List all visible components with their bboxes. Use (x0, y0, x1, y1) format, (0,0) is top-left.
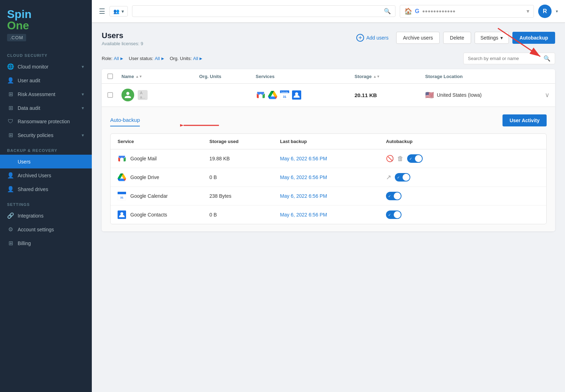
sort-icon[interactable]: ▲▼ (373, 75, 380, 78)
filter-search-input[interactable] (468, 56, 541, 61)
sidebar-item-shared-drives[interactable]: 👤 Shared drives (0, 182, 92, 196)
gear-icon: ⚙ (7, 226, 14, 233)
sidebar-item-account-settings[interactable]: ⚙ Account settings (0, 222, 92, 236)
calendar-toggle[interactable]: ✓ (386, 192, 402, 200)
contacts-last-backup[interactable]: May 6, 2022 6:56 PM (280, 212, 386, 218)
svg-text:31: 31 (120, 196, 124, 199)
filter-search-box[interactable]: 🔍 (463, 53, 555, 64)
contacts-toggle[interactable]: ✓ (386, 210, 402, 219)
service-gmail: Google Mail (118, 154, 209, 163)
svg-text:31: 31 (283, 95, 286, 99)
sidebar-item-label: Ransomware protection (18, 119, 70, 124)
sidebar-item-ransomware-protection[interactable]: 🛡 Ransomware protection (0, 115, 92, 128)
chevron-down-icon: ▾ (500, 35, 503, 41)
gmail-last-backup[interactable]: May 6, 2022 6:56 PM (280, 156, 386, 161)
role-filter[interactable]: Role: All ▶ (102, 56, 123, 61)
expanded-tabs: Auto-backup User Activity (110, 114, 547, 126)
svg-point-14 (120, 212, 123, 215)
home-icon[interactable]: 🏠 (404, 7, 412, 15)
topbar-search-box[interactable]: 🔍 (132, 5, 396, 17)
backup-row-calendar: 31 Google Calendar 238 Bytes May 6, 2022… (111, 187, 546, 206)
plus-circle-icon: + (356, 34, 364, 42)
search-icon: 🔍 (543, 55, 551, 62)
main-area: ☰ 👥 ▾ 🔍 🏠 G ●●●●●●●●●●●● ▾ R ▾ (92, 0, 565, 392)
delete-icon[interactable]: 🗑 (397, 155, 404, 162)
share-icon[interactable]: ↗ (386, 173, 391, 181)
sidebar-item-label: Billing (18, 240, 31, 246)
sidebar-item-label: Risk Assessment (18, 91, 55, 97)
drive-icon: 👤 (7, 186, 14, 192)
sidebar-item-archived-users[interactable]: 👤 Archived Users (0, 168, 92, 182)
toggle-knob (394, 211, 401, 218)
menu-icon[interactable]: ☰ (99, 7, 105, 16)
col-storage: Storage ▲▼ (355, 74, 425, 79)
user-sub-icon: Aa... (138, 90, 148, 100)
user-selector[interactable]: 👥 ▾ (109, 6, 128, 17)
drive-toggle[interactable]: ✓ (395, 173, 410, 182)
archive-icon: 👤 (7, 172, 14, 179)
delete-button[interactable]: Delete (443, 32, 471, 44)
storage-cell: 20.11 KB (355, 92, 425, 98)
sidebar-item-security-policies[interactable]: ⊞ Security policies ▼ (0, 128, 92, 142)
sidebar-item-integrations[interactable]: 🔗 Integrations (0, 209, 92, 222)
user-avatar[interactable]: R (538, 5, 552, 18)
org-filter[interactable]: Org. Units: All ▶ (170, 56, 203, 61)
drive-last-backup[interactable]: May 6, 2022 6:56 PM (280, 174, 386, 180)
topbar-nav: 🏠 G ●●●●●●●●●●●● ▾ (400, 5, 534, 18)
sidebar-item-label: Cloud monitor (18, 64, 48, 70)
status-filter[interactable]: User status: All ▶ (129, 56, 164, 61)
calendar-autobackup: ✓ (386, 192, 539, 200)
logo: Spin One .COM (0, 0, 92, 47)
expand-row-button[interactable]: ∨ (535, 91, 549, 99)
toggle-knob (394, 192, 401, 200)
sidebar-item-label: User audit (18, 78, 40, 83)
svg-text:Calendar: Calendar (281, 91, 289, 93)
block-icon[interactable]: 🚫 (386, 155, 394, 162)
svg-rect-10 (118, 192, 126, 194)
user-activity-button[interactable]: User Activity (502, 114, 547, 126)
toggle-knob (403, 174, 410, 181)
sort-icon[interactable]: ▲▼ (135, 75, 142, 78)
tab-auto-backup[interactable]: Auto-backup (110, 114, 140, 126)
service-drive: Google Drive (118, 173, 209, 182)
calendar-storage: 238 Bytes (209, 193, 280, 199)
users-table: Name ▲▼ Org. Units Services Storage ▲▼ S… (102, 69, 555, 231)
add-users-button[interactable]: + Add users (352, 31, 393, 44)
chevron-down-icon: ▼ (81, 106, 85, 110)
backup-row-gmail: Google Mail 19.88 KB May 6, 2022 6:56 PM… (111, 149, 546, 168)
url-display: ●●●●●●●●●●●● (422, 8, 524, 14)
row-checkbox[interactable] (107, 92, 121, 98)
sidebar-item-label: Archived Users (18, 173, 51, 178)
main-content: ☰ 👥 ▾ 🔍 🏠 G ●●●●●●●●●●●● ▾ R ▾ (92, 0, 565, 392)
grid-icon: ⊞ (7, 105, 14, 111)
sidebar-item-label: Account settings (18, 227, 54, 232)
col-storage-used: Storage used (209, 139, 280, 144)
sidebar-item-user-audit[interactable]: 👤 User audit (0, 73, 92, 87)
sidebar-item-cloud-monitor[interactable]: 🌐 Cloud monitor ▼ (0, 60, 92, 73)
sidebar-item-users[interactable]: 👤 Users (0, 155, 92, 168)
chevron-right-icon: ▶ (200, 57, 202, 60)
backup-row-contacts: Google Contacts 0 B May 6, 2022 6:56 PM … (111, 206, 546, 224)
contacts-icon (292, 90, 302, 100)
sidebar-item-risk-assessment[interactable]: ⊞ Risk Assessment ▼ (0, 87, 92, 101)
sidebar-item-billing[interactable]: ⊞ Billing (0, 236, 92, 250)
backup-table-header: Service Storage used Last backup Autobac… (111, 134, 546, 149)
expanded-row-content: Auto-backup User Activity Service Storag… (102, 107, 555, 231)
avatar-chevron-icon[interactable]: ▾ (556, 9, 558, 14)
service-contacts: Google Contacts (118, 210, 209, 219)
archive-users-button[interactable]: Archive users (396, 32, 440, 44)
gmail-toggle[interactable]: ✓ (407, 154, 423, 163)
select-all-checkbox[interactable] (107, 73, 121, 79)
settings-button[interactable]: Settings ▾ (475, 32, 509, 44)
autobackup-button[interactable]: Autobackup (512, 32, 555, 44)
chevron-right-icon: ▶ (120, 57, 123, 60)
sidebar-item-data-audit[interactable]: ⊞ Data audit ▼ (0, 101, 92, 115)
chevron-down-icon: ▾ (121, 8, 124, 14)
calendar-last-backup[interactable]: May 6, 2022 6:56 PM (280, 193, 386, 199)
storage-location-cell: 🇺🇸 United States (Iowa) (425, 91, 535, 99)
link-icon: 🔗 (7, 212, 14, 219)
sidebar-item-label: Integrations (18, 213, 43, 219)
topbar-search-input[interactable] (137, 8, 384, 14)
drive-autobackup: ↗ ✓ (386, 173, 539, 182)
chevron-down-icon[interactable]: ▾ (527, 8, 529, 14)
